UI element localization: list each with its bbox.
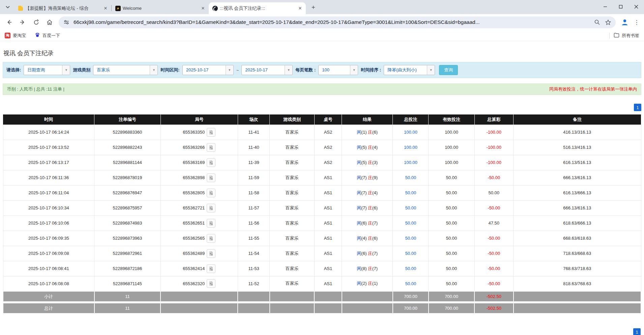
cell-total-bet[interactable]: 100.00 xyxy=(393,125,429,140)
folder-icon xyxy=(614,33,619,39)
cell-remark: 616.13/666.13 xyxy=(514,185,641,200)
close-tab-icon[interactable]: ✕ xyxy=(200,5,206,11)
cell-remark: 616.13/516.13 xyxy=(514,155,641,170)
cell-valid-bet: 100.00 xyxy=(429,140,474,155)
video-icon[interactable] xyxy=(207,249,215,258)
zoom-icon[interactable] xyxy=(593,19,601,26)
currency-summary-text: 币别 : 人民币 | 总共 :11 注单 | xyxy=(7,86,64,92)
cell-game-type: 百家乐 xyxy=(270,276,314,291)
cell-total-bet[interactable]: 50.00 xyxy=(393,231,429,246)
cell-total-bet[interactable]: 100.00 xyxy=(393,155,429,170)
column-header: 总投注 xyxy=(393,114,429,125)
cell-total-bet[interactable]: 50.00 xyxy=(393,261,429,276)
cell-session: 11-59 xyxy=(238,170,270,185)
search-button[interactable]: 查询 xyxy=(439,65,458,75)
cell-bet-id: 522896872961 xyxy=(94,246,161,261)
cell-game-type: 百家乐 xyxy=(270,200,314,215)
cell-round-id: 655363169 xyxy=(160,155,238,170)
video-icon[interactable] xyxy=(207,204,215,212)
cell-bet-id: 522896876947 xyxy=(94,185,161,200)
site-settings-icon[interactable] xyxy=(63,19,70,26)
close-tab-icon[interactable]: ✕ xyxy=(297,5,303,11)
column-header: 时间 xyxy=(3,114,94,125)
cell-total-bet[interactable]: 50.00 xyxy=(393,185,429,200)
date-start-select[interactable]: 2025-10-17 ▼ xyxy=(182,65,234,75)
date-range-tilde: ~ xyxy=(236,68,239,73)
refresh-icon[interactable] xyxy=(30,16,42,28)
cell-bet-id: 522896875957 xyxy=(94,200,161,215)
query-mode-select[interactable]: 日期查询 ▼ xyxy=(24,65,70,75)
cell-table-no: AS2 xyxy=(314,125,342,140)
result-banker: 庄 xyxy=(368,160,372,165)
tab-bet-records-active[interactable]: :::视讯 会员下注纪录::: ✕ xyxy=(209,2,306,14)
bookmark-aitaobao[interactable]: 淘 爱淘宝 xyxy=(5,33,26,39)
address-bar[interactable]: 66cxkj98.com/game/betrecord_search/kind3… xyxy=(59,16,616,28)
result-player: 闲 xyxy=(357,281,361,286)
video-icon[interactable] xyxy=(207,189,215,197)
cell-payout: -50.00 xyxy=(474,261,513,276)
pagination-page-1-top[interactable]: 1 xyxy=(634,104,641,111)
profile-avatar[interactable] xyxy=(619,16,631,28)
maximize-button[interactable] xyxy=(613,0,628,13)
new-tab-button[interactable]: ＋ xyxy=(309,2,318,12)
cell-total-bet[interactable]: 50.00 xyxy=(393,200,429,215)
video-icon[interactable] xyxy=(207,234,215,243)
video-icon[interactable] xyxy=(207,219,215,228)
bet-record-row: 2025-10-17 06:14:24522896883360655363350… xyxy=(3,125,641,140)
cell-result: 闲(7) 庄(9) xyxy=(342,170,393,185)
all-bookmarks-button[interactable]: 所有书签 xyxy=(614,33,639,39)
cell-session: 11-52 xyxy=(238,276,270,291)
tab-title: :::视讯 会员下注纪录::: xyxy=(220,5,295,11)
back-icon[interactable] xyxy=(3,16,15,28)
cell-total-bet[interactable]: 50.00 xyxy=(393,276,429,291)
cell-remark: 668.63/618.63 xyxy=(514,231,641,246)
bookmark-star-icon[interactable] xyxy=(604,19,612,26)
cell-time: 2025-10-17 06:09:08 xyxy=(3,246,94,261)
tab-forum[interactable]: 【新提醒】海燕策略论坛 - 综合 ✕ xyxy=(14,2,111,14)
video-icon[interactable] xyxy=(207,128,215,137)
video-icon[interactable] xyxy=(207,158,215,167)
game-type-label: 游戏类别 xyxy=(73,67,90,73)
sort-select[interactable]: 降幂(由大到小) ▼ xyxy=(384,65,435,75)
cell-game-type: 百家乐 xyxy=(270,125,314,140)
browser-menu-icon[interactable]: ⋮ xyxy=(633,16,641,28)
cell-total-bet[interactable]: 100.00 xyxy=(393,140,429,155)
tab-welcome[interactable]: Welcome ✕ xyxy=(112,2,209,14)
cell-table-no: AS1 xyxy=(314,246,342,261)
cell-total-bet[interactable]: 50.00 xyxy=(393,170,429,185)
cell-total-bet[interactable]: 50.00 xyxy=(393,246,429,261)
tab-search-chevron-icon[interactable] xyxy=(3,2,13,12)
video-icon[interactable] xyxy=(207,264,215,273)
close-tab-icon[interactable]: ✕ xyxy=(103,5,109,11)
cell-result: 闲(4) 庄(6) xyxy=(342,231,393,246)
video-icon[interactable] xyxy=(207,143,215,152)
cell-total-bet[interactable]: 50.00 xyxy=(393,215,429,231)
close-window-button[interactable] xyxy=(628,0,644,13)
minimize-button[interactable] xyxy=(597,0,613,13)
bet-records-table: 时间注单编号局号场次游戏类别桌号结果总投注有效投注总派彩备注 2025-10-1… xyxy=(3,114,641,314)
video-icon[interactable] xyxy=(207,279,215,288)
cell-round-id: 655362651 xyxy=(160,215,238,231)
cell-game-type: 百家乐 xyxy=(270,261,314,276)
cell-round-id: 655362898 xyxy=(160,170,238,185)
result-player: 闲 xyxy=(357,236,361,241)
subtotal-row: 小计11700.00700.00-502.50 xyxy=(3,291,641,302)
per-page-select[interactable]: 100 ▼ xyxy=(318,65,358,75)
url-text[interactable]: 66cxkj98.com/game/betrecord_search/kind3… xyxy=(74,19,590,25)
forward-icon[interactable] xyxy=(17,16,28,28)
cell-empty xyxy=(238,303,270,313)
cell-game-type: 百家乐 xyxy=(270,231,314,246)
cell-round-id: 655362721 xyxy=(160,200,238,215)
game-type-select[interactable]: 百家乐 ▼ xyxy=(93,65,158,75)
result-player: 闲 xyxy=(357,175,361,180)
date-end-select[interactable]: 2025-10-17 ▼ xyxy=(241,65,293,75)
cell-payout: 47.50 xyxy=(474,215,513,231)
bookmark-baidu[interactable]: 百度一下 xyxy=(35,32,60,39)
column-header: 结果 xyxy=(342,114,393,125)
cell-valid-bet: 50.00 xyxy=(429,170,474,185)
pagination-page-1-bottom[interactable]: 1 xyxy=(633,328,641,335)
cell-valid-bet: 50.00 xyxy=(429,231,474,246)
home-icon[interactable] xyxy=(44,16,55,28)
cell-total-bet: 700.00 xyxy=(393,303,429,313)
video-icon[interactable] xyxy=(207,173,215,182)
